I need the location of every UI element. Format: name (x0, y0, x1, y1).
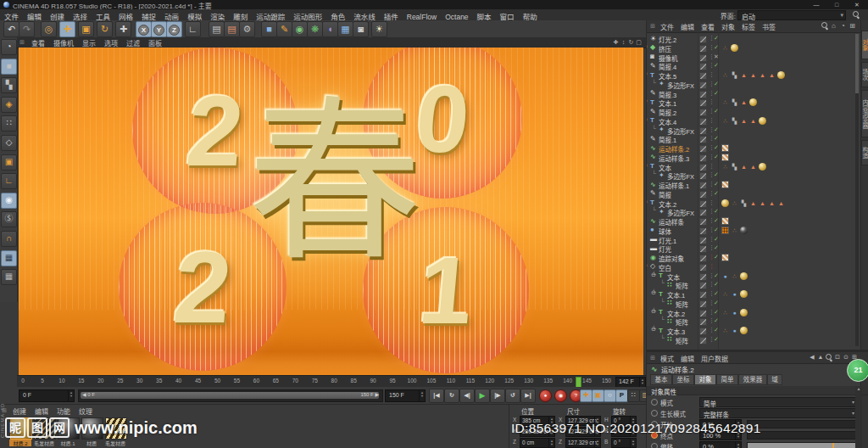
enable-state-icon[interactable]: ✓ (714, 90, 719, 97)
expander-icon[interactable]: ⊖ (647, 162, 648, 169)
attribute-tab-对象[interactable]: 对象 (694, 374, 716, 385)
menu-item-编辑[interactable]: 编辑 (677, 352, 698, 363)
menu-item-雕刻[interactable]: 雕刻 (229, 9, 252, 21)
stepper-icon[interactable]: ▲▼ (594, 439, 600, 447)
axis-mode-icon[interactable]: ∟ (1, 173, 17, 189)
menu-item-脚本[interactable]: 脚本 (473, 9, 496, 21)
tree-row-文本.2[interactable]: └⊖T文本.2⋮✓∴● (647, 308, 860, 317)
layer-icon[interactable] (699, 328, 707, 335)
snap-icon[interactable]: Ⓢ (1, 211, 17, 227)
menu-item-显示[interactable]: 显示 (78, 37, 100, 48)
checker-tag[interactable]: ▚ (731, 163, 738, 171)
enable-state-icon[interactable]: ✓ (714, 44, 719, 51)
layer-icon[interactable] (699, 191, 707, 199)
zoom-view-icon[interactable]: ↕ (620, 39, 627, 45)
goto-start-button[interactable]: |◀ (429, 389, 444, 403)
play-button[interactable]: ▶ (475, 389, 490, 403)
rotate-icon[interactable]: ↻ (97, 21, 113, 37)
tree-row-空白[interactable]: ⊖◇空白⋮ (647, 262, 860, 272)
layer-icon[interactable] (699, 54, 707, 62)
lock-x-icon[interactable]: X (136, 21, 152, 37)
tri-tag[interactable]: ▲ (740, 117, 748, 125)
menu-item-纹理[interactable]: 纹理 (75, 406, 97, 416)
enable-state-icon[interactable]: ✓ (714, 254, 719, 260)
tree-row-矩阵[interactable]: └∷矩阵⋮✓ (647, 280, 860, 289)
render-to-picture-icon[interactable]: ▤ (224, 21, 240, 37)
menu-item-文件[interactable]: 文件 (0, 9, 23, 21)
tree-row-简报.2[interactable]: ✎简报.2⋮✓ (647, 107, 860, 116)
material-tag[interactable] (740, 327, 748, 334)
environment-icon[interactable]: ▦ (337, 21, 353, 37)
tree-row-多边形FX[interactable]: └✦多边形FX⋮✓ (647, 207, 860, 216)
layer-icon[interactable] (699, 145, 707, 153)
dots-tag[interactable]: ∴ (721, 290, 729, 298)
menu-item-帮助[interactable]: 帮助 (519, 9, 542, 21)
expander-icon[interactable]: ⊖ (647, 199, 648, 205)
tree-row-运动样条[interactable]: ∿运动样条⋮✓ (647, 216, 860, 226)
material-tag[interactable] (759, 117, 766, 125)
keyframe-dot-icon[interactable] (651, 410, 658, 417)
keyframe-dot-icon[interactable] (651, 443, 658, 448)
lock-y-icon[interactable]: Y (151, 21, 167, 37)
menu-item-运动跟踪[interactable]: 运动跟踪 (252, 9, 289, 21)
viewport-3d-scene[interactable]: 2021春 (19, 48, 643, 375)
layer-icon[interactable] (699, 91, 707, 98)
camera-icon[interactable]: ◙ (353, 21, 369, 37)
enable-state-icon[interactable]: ✓ (714, 108, 719, 115)
search-icon[interactable] (820, 22, 829, 31)
interface-dropdown[interactable]: 启动 ▾ (737, 10, 846, 20)
dots-tag[interactable]: ∴ (721, 309, 729, 316)
checker-tag[interactable]: ▚ (731, 117, 738, 125)
menu-item-用户数据[interactable]: 用户数据 (698, 352, 732, 363)
coordinate-field[interactable]: 0 °▲▼ (611, 438, 637, 448)
enable-state-icon[interactable]: ✓ (714, 144, 719, 151)
menu-item-文件[interactable]: 文件 (657, 20, 677, 31)
tri-tag[interactable]: ▲ (740, 163, 748, 171)
goto-end-button[interactable]: ▶| (520, 389, 536, 403)
layer-icon[interactable] (699, 172, 707, 180)
close-button-icon[interactable]: ✕ (849, 0, 865, 9)
dots-tag[interactable]: ∴ (731, 199, 738, 207)
menu-item-面板[interactable]: 面板 (144, 37, 166, 48)
slider-handle[interactable] (832, 443, 834, 448)
layer-icon[interactable] (699, 182, 707, 189)
attribute-tab-简单[interactable]: 简单 (716, 374, 738, 385)
tri-tag[interactable]: ▲ (749, 117, 757, 125)
expander-icon[interactable]: ⊖ (651, 308, 656, 315)
scale-icon[interactable]: ▣ (78, 21, 94, 37)
material-tag[interactable] (740, 272, 748, 280)
tri-tag[interactable]: ▲ (759, 71, 766, 79)
layer-icon[interactable] (699, 45, 707, 53)
material-tag[interactable] (759, 163, 766, 171)
enable-state-icon[interactable]: ✓ (714, 62, 719, 69)
model-mode-icon[interactable]: ■ (1, 59, 17, 75)
attribute-tab-坐标[interactable]: 坐标 (672, 374, 694, 385)
tree-row-多边形FX[interactable]: └✦多边形FX⋮✓ (647, 80, 860, 89)
layer-icon[interactable] (699, 245, 707, 253)
checker-tag[interactable]: ▚ (731, 98, 738, 106)
layer-icon[interactable] (699, 337, 707, 344)
menu-item-窗口[interactable]: 窗口 (496, 9, 519, 21)
texture-mode-icon[interactable]: ▚ (1, 77, 17, 93)
coordinate-field[interactable]: 127.329 cm▲▼ (565, 438, 601, 448)
attribute-slider[interactable] (747, 420, 857, 428)
enable-state-icon[interactable]: ✓ (714, 81, 719, 87)
subdivision-surface-icon[interactable]: ◉ (292, 21, 308, 37)
dots-tag[interactable]: ∴ (721, 117, 729, 125)
tree-row-多边形FX[interactable]: └✦多边形FX⋮✓ (647, 126, 860, 135)
material-tag[interactable] (740, 309, 748, 316)
tri-tag[interactable]: ▲ (749, 163, 757, 171)
material-tag[interactable] (749, 98, 757, 106)
panel-menu-icon[interactable]: ⊞ (650, 355, 655, 361)
tree-row-灯光[interactable]: ▬灯光⋮✓ (647, 244, 860, 253)
primitive-cube-icon[interactable]: ■ (261, 21, 277, 37)
menu-item-选项[interactable]: 选项 (100, 37, 122, 48)
menu-item-模式[interactable]: 模式 (657, 352, 677, 363)
coordinate-field[interactable]: 0 cm▲▼ (520, 438, 555, 448)
key-position-toggle[interactable]: ✚ (580, 389, 593, 402)
menu-item-创建[interactable]: 创建 (8, 406, 31, 416)
timeline-range-slider[interactable]: ◀ 0 F 150 F ▶ (78, 389, 383, 402)
menu-item-流水线[interactable]: 流水线 (349, 9, 380, 21)
tri-tag[interactable]: ▲ (777, 199, 785, 207)
enable-state-icon[interactable]: ✓ (714, 236, 719, 243)
